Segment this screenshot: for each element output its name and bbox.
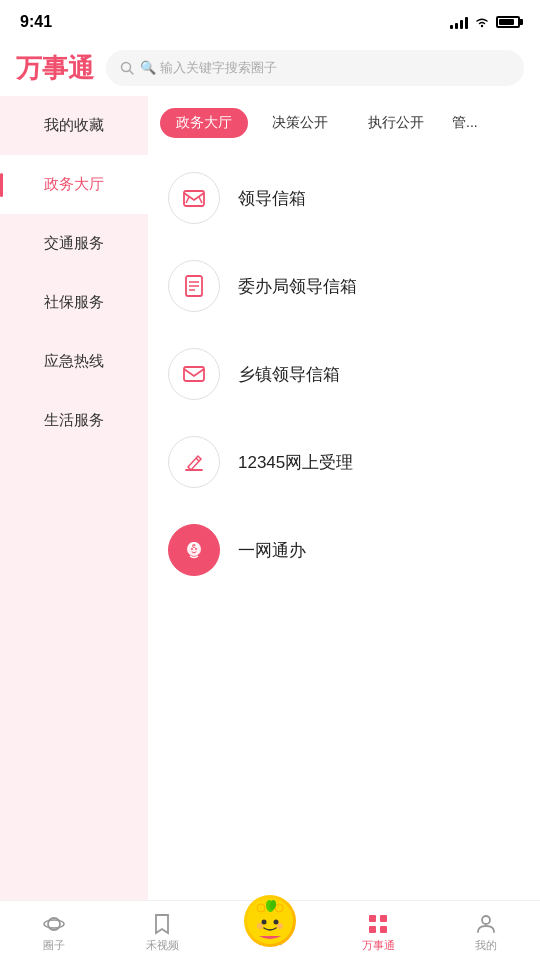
- svg-rect-10: [184, 367, 204, 381]
- wifi-icon: [474, 16, 490, 28]
- bottom-nav: 圈子 禾视频: [0, 900, 540, 960]
- nav-label-wanshitong: 万事通: [362, 938, 395, 953]
- sidebar-item-social[interactable]: 社保服务: [0, 273, 148, 332]
- nav-item-video[interactable]: 禾视频: [108, 908, 216, 953]
- mail-icon: [181, 361, 207, 387]
- sidebar: 我的收藏 政务大厅 交通服务 社保服务 应急热线 生活服务: [0, 96, 148, 900]
- svg-point-21: [257, 904, 265, 912]
- planet-icon: [42, 912, 66, 936]
- battery-icon: [496, 16, 520, 28]
- svg-rect-31: [369, 926, 376, 933]
- svg-point-22: [275, 904, 283, 912]
- bookmark-icon: [150, 912, 174, 936]
- menu-icon-xiangzhen-wrap: [168, 348, 220, 400]
- sidebar-item-life[interactable]: 生活服务: [0, 391, 148, 450]
- svg-rect-30: [380, 915, 387, 922]
- svg-rect-3: [184, 191, 204, 206]
- nav-item-wanshitong[interactable]: 万事通: [324, 908, 432, 953]
- svg-line-12: [196, 458, 199, 461]
- mascot-icon: [244, 895, 296, 947]
- edit-icon: [181, 449, 207, 475]
- signal-icon: [450, 15, 468, 29]
- inbox-icon: [181, 185, 207, 211]
- search-placeholder: 🔍 输入关键字搜索圈子: [140, 59, 277, 77]
- svg-rect-29: [369, 915, 376, 922]
- ewto-icon: e: [179, 535, 209, 565]
- svg-line-5: [199, 197, 202, 203]
- svg-point-23: [262, 920, 267, 925]
- content-area: 政务大厅 决策公开 执行公开 管... 领导信箱: [148, 96, 540, 900]
- app-title: 万事通: [16, 51, 94, 86]
- nav-item-mine[interactable]: 我的: [432, 908, 540, 953]
- sidebar-item-favorites[interactable]: 我的收藏: [0, 96, 148, 155]
- sidebar-item-traffic[interactable]: 交通服务: [0, 214, 148, 273]
- svg-rect-32: [380, 926, 387, 933]
- svg-point-26: [277, 923, 283, 929]
- svg-line-4: [186, 197, 189, 203]
- svg-text:e: e: [192, 542, 196, 549]
- tab-more[interactable]: 管...: [448, 108, 482, 138]
- search-bar[interactable]: 🔍 输入关键字搜索圈子: [106, 50, 524, 86]
- svg-point-24: [274, 920, 279, 925]
- menu-label-xiangzhen: 乡镇领导信箱: [238, 363, 340, 386]
- svg-point-0: [481, 25, 483, 27]
- header: 万事通 🔍 输入关键字搜索圈子: [0, 40, 540, 96]
- svg-point-19: [44, 920, 64, 928]
- menu-label-lingdao: 领导信箱: [238, 187, 306, 210]
- menu-item-weibanju[interactable]: 委办局领导信箱: [148, 242, 540, 330]
- nav-label-quanzi: 圈子: [43, 938, 65, 953]
- menu-item-lingdao[interactable]: 领导信箱: [148, 154, 540, 242]
- menu-icon-weibanju-wrap: [168, 260, 220, 312]
- menu-icon-12345-wrap: [168, 436, 220, 488]
- sidebar-item-zhengwu[interactable]: 政务大厅: [0, 155, 148, 214]
- menu-label-weibanju: 委办局领导信箱: [238, 275, 357, 298]
- svg-point-33: [482, 916, 490, 924]
- grid-icon: [366, 912, 390, 936]
- nav-label-mine: 我的: [475, 938, 497, 953]
- status-bar: 9:41: [0, 0, 540, 40]
- menu-item-xiangzhen[interactable]: 乡镇领导信箱: [148, 330, 540, 418]
- menu-label-12345: 12345网上受理: [238, 451, 353, 474]
- menu-icon-yiwan-wrap: e: [168, 524, 220, 576]
- search-icon: [120, 61, 134, 75]
- menu-item-12345[interactable]: 12345网上受理: [148, 418, 540, 506]
- menu-list: 领导信箱 委办局领导信箱: [148, 146, 540, 900]
- status-time: 9:41: [20, 13, 52, 31]
- tab-juece[interactable]: 决策公开: [256, 108, 344, 138]
- tab-zhengwu-main[interactable]: 政务大厅: [160, 108, 248, 138]
- mascot-svg: [247, 898, 293, 944]
- doc-icon: [181, 273, 207, 299]
- nav-item-quanzi[interactable]: 圈子: [0, 908, 108, 953]
- nav-item-home[interactable]: 首 页: [216, 913, 324, 948]
- nav-label-video: 禾视频: [146, 938, 179, 953]
- tab-zhixing[interactable]: 执行公开: [352, 108, 440, 138]
- menu-item-yiwan[interactable]: e 一网通办: [148, 506, 540, 594]
- person-icon: [474, 912, 498, 936]
- main-layout: 我的收藏 政务大厅 交通服务 社保服务 应急热线 生活服务 政务大厅 决策公开 …: [0, 96, 540, 900]
- status-icons: [450, 15, 520, 29]
- svg-line-2: [130, 71, 134, 75]
- menu-label-yiwan: 一网通办: [238, 539, 306, 562]
- sidebar-item-emergency[interactable]: 应急热线: [0, 332, 148, 391]
- menu-icon-lingdao-wrap: [168, 172, 220, 224]
- svg-point-25: [257, 923, 263, 929]
- tab-bar: 政务大厅 决策公开 执行公开 管...: [148, 96, 540, 146]
